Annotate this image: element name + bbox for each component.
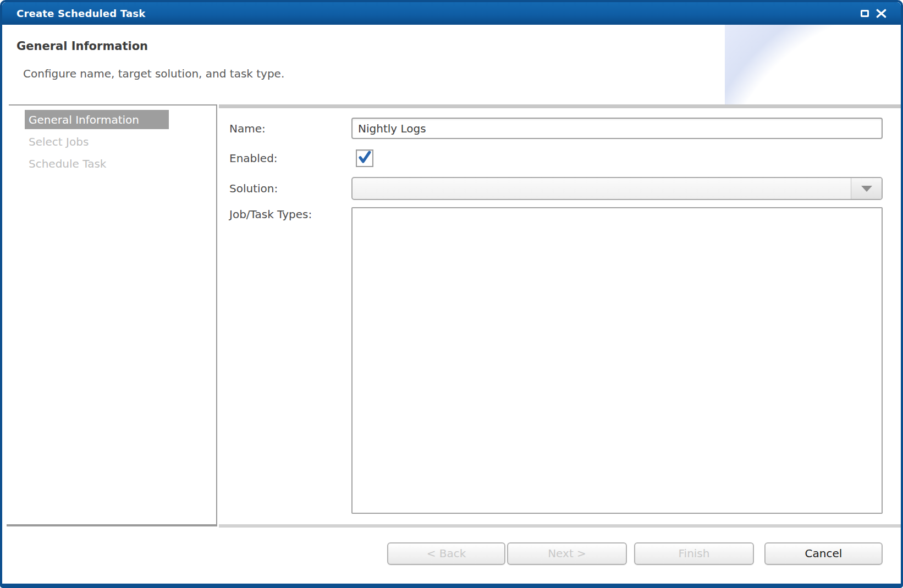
name-label: Name: bbox=[229, 122, 351, 135]
page-subtitle: Configure name, target solution, and tas… bbox=[23, 67, 284, 80]
name-row: Name: bbox=[229, 118, 883, 139]
finish-button[interactable]: Finish bbox=[634, 542, 754, 565]
sidebar-top-divider bbox=[9, 104, 217, 106]
next-button[interactable]: Next > bbox=[507, 542, 627, 565]
corner-gradient-decoration bbox=[725, 25, 901, 104]
step-label: Schedule Task bbox=[29, 157, 106, 170]
form-top-divider bbox=[219, 104, 901, 108]
maximize-button[interactable] bbox=[861, 10, 869, 17]
solution-dropdown[interactable] bbox=[351, 177, 883, 200]
wizard-header: General Information Configure name, targ… bbox=[2, 25, 901, 104]
window-title: Create Scheduled Task bbox=[16, 8, 145, 19]
job-task-types-row: Job/Task Types: bbox=[229, 207, 883, 514]
sidebar-vertical-divider bbox=[216, 104, 217, 526]
enabled-checkbox[interactable] bbox=[356, 149, 373, 167]
enabled-row: Enabled: bbox=[229, 149, 373, 167]
close-icon bbox=[876, 9, 887, 18]
sidebar-bottom-divider bbox=[7, 524, 217, 526]
job-task-types-label: Job/Task Types: bbox=[229, 207, 351, 221]
chevron-down-icon bbox=[861, 186, 872, 192]
cancel-button[interactable]: Cancel bbox=[764, 542, 883, 565]
window-controls bbox=[861, 2, 887, 25]
solution-label: Solution: bbox=[229, 182, 351, 195]
back-button[interactable]: < Back bbox=[387, 542, 505, 565]
form-bottom-divider bbox=[219, 524, 901, 528]
close-button[interactable] bbox=[876, 9, 887, 18]
title-bar[interactable]: Create Scheduled Task bbox=[2, 2, 901, 25]
sidebar-item-schedule-task[interactable]: Schedule Task bbox=[25, 154, 169, 173]
solution-dropdown-button[interactable] bbox=[851, 178, 882, 199]
dialog-content: Create Scheduled Task General Informatio… bbox=[2, 2, 901, 584]
maximize-icon bbox=[861, 10, 869, 17]
sidebar-item-select-jobs[interactable]: Select Jobs bbox=[25, 132, 169, 151]
solution-row: Solution: bbox=[229, 177, 883, 200]
enabled-label: Enabled: bbox=[229, 152, 351, 165]
page-title: General Information bbox=[16, 40, 148, 53]
name-input[interactable] bbox=[351, 118, 883, 139]
create-scheduled-task-dialog: Create Scheduled Task General Informatio… bbox=[0, 0, 903, 588]
sidebar-item-general-information[interactable]: General Information bbox=[25, 110, 169, 129]
step-label: General Information bbox=[29, 113, 139, 126]
step-label: Select Jobs bbox=[29, 135, 89, 148]
job-task-types-listbox[interactable] bbox=[351, 207, 883, 514]
checkmark-icon bbox=[357, 148, 372, 166]
